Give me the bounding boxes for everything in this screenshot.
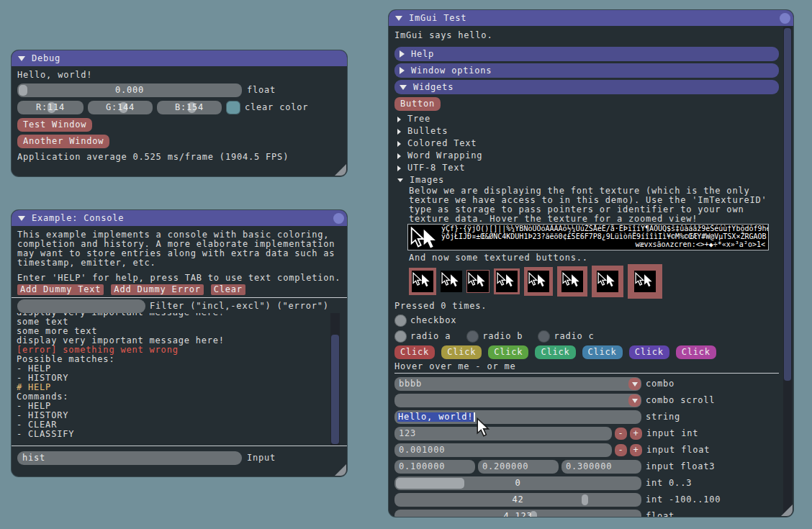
chevron-right-icon xyxy=(397,117,401,122)
tree-node-tree[interactable]: Tree xyxy=(394,113,779,125)
combo-arrow-button[interactable] xyxy=(628,378,641,390)
chevron-down-icon xyxy=(632,382,638,386)
add-dummy-text-button[interactable]: Add Dummy Text xyxy=(17,284,104,295)
combo-select[interactable]: bbbb xyxy=(394,377,641,391)
close-button[interactable] xyxy=(780,13,790,24)
float3-input-x[interactable]: 0.100000 xyxy=(394,460,475,474)
clear-color-swatch[interactable] xyxy=(226,101,240,114)
radio-a[interactable] xyxy=(394,330,407,343)
log-scrollbar[interactable] xyxy=(330,313,340,446)
blue-slider[interactable]: B:154 xyxy=(157,101,222,114)
int-input-value: 123 xyxy=(399,429,416,438)
add-dummy-error-button[interactable]: Add Dummy Error xyxy=(111,284,203,295)
font-texture-image[interactable]: ýÇf}·{ÿjÖ()[]||%¼ÝBÑòÙÖóÃÂÀÀô½¼ÙúŽŠÅéÉ/å… xyxy=(407,224,769,250)
tree-node-word-wrapping[interactable]: Word Wrapping xyxy=(394,150,779,162)
collapse-icon[interactable] xyxy=(395,16,402,21)
float-slider[interactable]: 4.123 xyxy=(394,510,641,517)
resize-grip[interactable] xyxy=(335,164,346,176)
red-slider[interactable]: R:114 xyxy=(17,101,84,114)
image-button[interactable] xyxy=(494,268,520,294)
test-window-button[interactable]: Test Window xyxy=(17,118,92,132)
image-button[interactable] xyxy=(409,268,436,295)
click-button-5[interactable]: Click xyxy=(582,345,623,359)
click-button-6[interactable]: Click xyxy=(629,345,669,359)
collapse-icon[interactable] xyxy=(18,216,25,221)
another-window-button[interactable]: Another Window xyxy=(17,135,109,148)
float-slider[interactable]: 0.000 xyxy=(17,83,242,97)
image-button[interactable] xyxy=(524,267,553,296)
int-input-label: input int xyxy=(646,429,698,438)
float3-input-y[interactable]: 0.200000 xyxy=(478,460,559,474)
float-input[interactable]: 0.001000 xyxy=(394,443,612,457)
combo-arrow-button[interactable] xyxy=(628,394,641,407)
radio-b[interactable] xyxy=(466,330,479,343)
tree-node-colored-text[interactable]: Colored Text xyxy=(394,137,779,150)
textured-buttons-text: And now some textured buttons.. xyxy=(409,253,779,263)
mouse-cursor-icon xyxy=(475,417,491,438)
green-slider[interactable]: G:144 xyxy=(88,101,153,114)
chevron-right-icon xyxy=(397,129,401,135)
tree-node-images[interactable]: Images xyxy=(394,174,779,186)
tree-node-utf8-text[interactable]: UTF-8 Text xyxy=(394,162,779,174)
clear-button[interactable]: Clear xyxy=(211,284,245,295)
filter-input[interactable] xyxy=(17,299,145,313)
click-button-1[interactable]: Click xyxy=(394,345,435,359)
log-scrollbar-thumb[interactable] xyxy=(331,335,339,444)
imgui-test-titlebar[interactable]: ImGui Test xyxy=(389,10,793,26)
radio-c[interactable] xyxy=(538,330,550,343)
debug-titlebar[interactable]: Debug xyxy=(12,50,347,66)
float3-label: input float3 xyxy=(646,462,715,471)
header-widgets[interactable]: Widgets xyxy=(394,80,779,94)
image-button[interactable] xyxy=(441,271,462,292)
console-log[interactable]: display very important message here! som… xyxy=(17,313,342,446)
header-label: Window options xyxy=(411,66,492,76)
console-window: Example: Console This example implements… xyxy=(12,210,347,476)
click-button-4[interactable]: Click xyxy=(535,345,575,359)
int-slider-0-3[interactable]: 0 xyxy=(394,476,641,490)
console-command-input[interactable]: hist xyxy=(17,451,242,465)
tree-node-bullets[interactable]: Bullets xyxy=(394,125,779,137)
resize-grip[interactable] xyxy=(335,464,346,476)
cursor-filled-icon xyxy=(423,228,437,250)
console-titlebar[interactable]: Example: Console xyxy=(12,210,347,226)
radio-b-label: radio b xyxy=(482,332,523,341)
console-intro-line: timestamp, emitter, etc. xyxy=(17,258,341,268)
tree-node-label: Images xyxy=(410,176,444,185)
string-input[interactable]: Hello, world! xyxy=(394,410,641,424)
click-button-7[interactable]: Click xyxy=(676,345,716,359)
decrement-button[interactable]: - xyxy=(615,428,627,440)
log-line: Possible matches: xyxy=(17,355,342,364)
header-help[interactable]: Help xyxy=(394,47,779,61)
image-button[interactable] xyxy=(466,270,490,293)
close-button[interactable] xyxy=(333,213,344,224)
decrement-button[interactable]: - xyxy=(615,444,627,456)
slider-value: 0.000 xyxy=(17,86,242,95)
hover-over-me-text[interactable]: Hover over me - or me xyxy=(394,362,779,371)
log-line: - HISTORY xyxy=(17,411,342,420)
increment-button[interactable]: + xyxy=(630,428,642,440)
increment-button[interactable]: + xyxy=(630,444,642,456)
slider-value: 0 xyxy=(394,479,641,488)
window-title: ImGui Test xyxy=(409,14,466,23)
combo-scroll-select[interactable] xyxy=(394,394,641,407)
chevron-down-icon xyxy=(632,399,638,403)
int-slider-neg100-100[interactable]: 42 xyxy=(394,493,641,507)
image-button[interactable] xyxy=(592,266,623,297)
resize-grip[interactable] xyxy=(781,505,793,516)
collapse-icon[interactable] xyxy=(18,56,25,61)
image-button[interactable] xyxy=(628,264,662,299)
int-input[interactable]: 123 xyxy=(394,427,612,440)
combo-value: bbbb xyxy=(399,379,422,389)
widgets-button[interactable]: Button xyxy=(394,97,441,111)
image-button[interactable] xyxy=(557,266,587,297)
click-button-2[interactable]: Click xyxy=(441,345,482,359)
greeting-text: ImGui says hello. xyxy=(394,31,779,40)
float3-input-z[interactable]: 0.300000 xyxy=(561,460,641,474)
float-slider-label: float xyxy=(646,512,675,517)
checkbox[interactable] xyxy=(394,315,407,327)
tree-node-label: Word Wrapping xyxy=(407,151,482,160)
click-button-3[interactable]: Click xyxy=(488,345,528,359)
window-title: Example: Console xyxy=(32,214,124,223)
chevron-right-icon xyxy=(397,141,401,147)
header-window-options[interactable]: Window options xyxy=(394,63,779,78)
